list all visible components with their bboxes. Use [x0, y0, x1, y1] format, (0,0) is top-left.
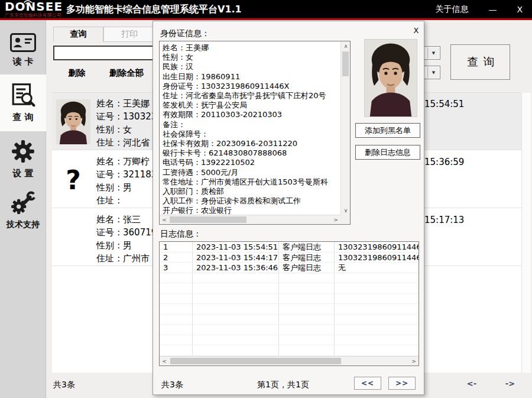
- app-title: 多功能智能卡综合信息管理系统平台V1.1: [66, 0, 242, 18]
- id-line: 银行卡卡号：6214830807888068: [163, 148, 340, 158]
- scroll-down-icon[interactable]: ∨: [341, 206, 351, 215]
- field-label: 住址：: [96, 253, 123, 264]
- log-row[interactable]: 1 2023-11-03 15:54:51 客户端日志 130323198609…: [160, 242, 419, 253]
- field-label: 住址：: [96, 137, 123, 148]
- field-label: 证号：: [96, 169, 123, 180]
- record-id: 130323: [123, 111, 157, 122]
- id-line: 有效期限：20110303-20210303: [163, 110, 340, 119]
- scrollbar-thumb[interactable]: [342, 51, 349, 76]
- id-line: 身份证号：13032319860911446X: [163, 82, 340, 91]
- log-row[interactable]: 2 2023-11-03 15:44:17 客户端日志 130323198609…: [160, 253, 419, 263]
- sidebar-item-tech-support[interactable]: 技术支持: [0, 185, 46, 235]
- window-close-button[interactable]: X: [517, 5, 523, 14]
- vertical-scrollbar[interactable]: ∧ ∨: [340, 41, 350, 215]
- log-cell-no: 1: [160, 242, 193, 252]
- record-fields: 姓名：张三 证号：360719 性别：男 住址：广州市: [96, 213, 157, 265]
- tab-query[interactable]: 查询: [53, 27, 103, 42]
- next-page-button[interactable]: ->: [499, 377, 521, 389]
- field-label: 姓名：: [96, 214, 123, 225]
- record-address: 河北省: [123, 137, 150, 148]
- log-cell-card-id: 13032319860911446X: [335, 242, 419, 252]
- query-button[interactable]: 查询: [450, 44, 510, 80]
- scroll-right-icon[interactable]: >: [409, 357, 419, 365]
- id-line: 出生日期：19860911: [163, 72, 340, 82]
- log-row[interactable]: 3 2023-11-03 15:36:46 客户端日志 无: [160, 263, 419, 273]
- id-line: 开户银行：农业银行: [163, 206, 340, 214]
- field-label: 性别：: [96, 124, 123, 135]
- sidebar-item-label: 设 置: [12, 168, 33, 179]
- id-line: 入职工作：身份证读卡器质检和测试工作: [163, 196, 340, 206]
- scroll-right-icon[interactable]: >: [331, 215, 340, 224]
- id-line: 社保卡有效期：20230916-20311220: [163, 139, 340, 148]
- log-empty-row: [160, 315, 419, 325]
- record-name: 张三: [123, 214, 141, 225]
- sidebar-item-query[interactable]: 查 询: [0, 75, 46, 131]
- sidebar-item-settings[interactable]: 设 置: [0, 134, 46, 185]
- record-read-time: 15:36:59: [424, 157, 464, 167]
- id-line: 社会保障号：: [163, 130, 340, 139]
- list-scrollbar[interactable]: [521, 93, 531, 373]
- id-line: 住址：河北省秦皇岛市抚宁县抚宁镇下庄村20号: [163, 91, 340, 101]
- id-info-dialog: X 身份证信息： 姓名：王美娜 性别：女 民族：汉 出生日期：19860911 …: [153, 21, 424, 395]
- log-empty-row: [160, 273, 419, 284]
- record-name: 王美娜: [123, 98, 150, 109]
- prev-page-button[interactable]: <-: [461, 377, 482, 389]
- log-empty-row: [160, 335, 419, 346]
- log-cell-time: 2023-11-03 15:44:17: [193, 253, 279, 263]
- id-line: 入职部门：质检部: [163, 187, 340, 196]
- log-prev-page-button[interactable]: <<: [354, 377, 381, 390]
- id-line: 签发机关：抚宁县公安局: [163, 101, 340, 110]
- add-to-blacklist-button[interactable]: 添加到黑名单: [355, 123, 420, 138]
- field-label: 证号：: [96, 227, 123, 238]
- id-info-text: 姓名：王美娜 性别：女 民族：汉 出生日期：19860911 身份证号：1303…: [163, 43, 340, 214]
- id-info-section-label: 身份证信息：: [160, 28, 210, 39]
- settings-gear-icon: [11, 139, 35, 164]
- id-line: 备注：: [163, 120, 340, 130]
- record-gender: 男: [123, 240, 132, 251]
- log-cell-type: 客户端日志: [279, 242, 335, 252]
- tab-print[interactable]: 打印: [103, 27, 155, 42]
- id-photo: [56, 99, 90, 144]
- record-address: 广州市: [123, 253, 150, 264]
- accent-strip: [0, 18, 532, 20]
- antenna-icon: [23, 0, 33, 5]
- horizontal-scrollbar[interactable]: < >: [160, 215, 340, 224]
- scroll-left-icon[interactable]: <: [160, 357, 169, 365]
- log-count-status: 共3条: [161, 380, 183, 390]
- scrollbar-thumb[interactable]: [170, 216, 246, 223]
- record-count-status: 共3条: [53, 380, 75, 390]
- delete-button[interactable]: 删除: [59, 65, 95, 80]
- brand-logo: DONSEE 广东东信智能科技有限公司: [5, 1, 70, 18]
- dialog-close-button[interactable]: X: [411, 25, 421, 35]
- delete-log-button[interactable]: 删除日志信息: [355, 145, 420, 160]
- log-cell-time: 2023-11-03 15:54:51: [193, 242, 279, 252]
- delete-all-button[interactable]: 删除全部: [99, 65, 154, 80]
- id-card-photo: [364, 39, 417, 117]
- sidebar-item-label: 查 询: [12, 112, 33, 123]
- log-horizontal-scrollbar[interactable]: < >: [160, 356, 419, 365]
- record-id: 321183: [123, 169, 157, 180]
- record-fields: 姓名：王美娜 证号：130323 性别：女 住址：河北省: [96, 97, 157, 149]
- field-label: 性别：: [96, 240, 123, 251]
- scrollbar-thumb[interactable]: [170, 358, 341, 364]
- field-label: 姓名：: [96, 98, 123, 109]
- scroll-up-icon[interactable]: ∧: [341, 41, 351, 50]
- sidebar-item-label: 读 卡: [12, 56, 33, 67]
- id-info-textarea[interactable]: 姓名：王美娜 性别：女 民族：汉 出生日期：19860911 身份证号：1303…: [159, 41, 351, 225]
- about-menu[interactable]: 关于信息: [435, 4, 468, 15]
- log-next-page-button[interactable]: >>: [388, 377, 416, 390]
- log-section-label: 日志信息：: [160, 229, 202, 240]
- chevron-down-icon: ▼: [427, 47, 439, 59]
- field-label: 性别：: [96, 182, 123, 193]
- id-line: 电话号码：13922210502: [163, 158, 340, 167]
- tab-label: 打印: [121, 29, 138, 40]
- scroll-left-icon[interactable]: <: [160, 215, 169, 224]
- log-empty-row: [160, 345, 419, 356]
- sidebar-item-read-card[interactable]: 读 卡: [0, 26, 46, 75]
- titlebar-controls: 关于信息 — X: [435, 0, 532, 18]
- id-line: 常住地址：广州市黄埔区开创大道1503号曼斯科: [163, 177, 340, 187]
- record-fields: 姓名：万卿柠 证号：321183 性别：男 住址：: [96, 155, 157, 207]
- minimize-button[interactable]: —: [488, 5, 497, 14]
- no-photo-placeholder: ?: [56, 157, 90, 202]
- brand-company: 广东东信智能科技有限公司: [5, 12, 70, 18]
